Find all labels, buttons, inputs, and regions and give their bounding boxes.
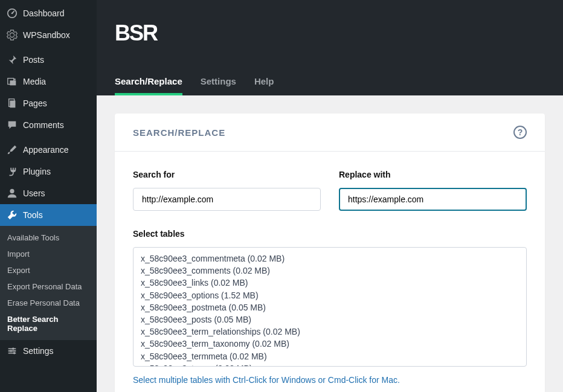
tables-field: Select tables x_58c90ee3_commentmeta (0.… <box>133 229 527 385</box>
card-title: SEARCH/REPLACE <box>133 127 225 138</box>
brush-icon <box>6 144 18 156</box>
sidebar-item-label: Tools <box>23 210 43 220</box>
sidebar-subitem-import[interactable]: Import <box>0 246 97 262</box>
replace-label: Replace with <box>339 170 527 179</box>
svg-rect-6 <box>10 101 15 108</box>
sidebar-item-dashboard[interactable]: Dashboard <box>0 2 97 24</box>
svg-point-1 <box>11 13 13 14</box>
sidebar-item-label: WPSandbox <box>23 30 70 40</box>
table-option[interactable]: x_58c90ee3_terms (0.02 MB) <box>134 362 526 367</box>
svg-point-10 <box>13 352 16 355</box>
brand-logo: BSR <box>115 21 157 46</box>
sliders-icon <box>6 345 18 357</box>
sidebar-item-label: Comments <box>23 120 64 130</box>
sidebar-subitem-available-tools[interactable]: Available Tools <box>0 230 97 246</box>
sidebar-item-tools[interactable]: Tools <box>0 204 97 226</box>
tables-help-text: Select multiple tables with Ctrl-Click f… <box>133 375 527 385</box>
replace-field: Replace with <box>339 170 527 211</box>
plugin-header: BSR Search/ReplaceSettingsHelp <box>97 0 563 95</box>
sidebar-item-wpsandbox[interactable]: WPSandbox <box>0 24 97 46</box>
wrench-icon <box>6 209 18 221</box>
content: SEARCH/REPLACE ? Search for Replace with… <box>97 95 563 392</box>
table-option[interactable]: x_58c90ee3_posts (0.05 MB) <box>134 313 526 326</box>
inputs-row: Search for Replace with <box>133 170 527 211</box>
sidebar-subitem-export-personal[interactable]: Export Personal Data <box>0 278 97 295</box>
sidebar-item-media[interactable]: Media <box>0 71 97 92</box>
sidebar-item-posts[interactable]: Posts <box>0 49 97 71</box>
sidebar-subitem-bsr[interactable]: Better Search Replace <box>0 311 97 336</box>
replace-input[interactable] <box>339 188 527 211</box>
sidebar-subitem-erase-personal[interactable]: Erase Personal Data <box>0 295 97 311</box>
tab-help[interactable]: Help <box>254 76 274 95</box>
card-body: Search for Replace with Select tables x_… <box>115 152 545 392</box>
sidebar-item-pages[interactable]: Pages <box>0 92 97 114</box>
gear-icon <box>6 29 18 41</box>
pin-icon <box>6 54 18 66</box>
sidebar-item-label: Dashboard <box>23 8 65 18</box>
sidebar-item-label: Appearance <box>23 145 69 155</box>
pages-icon <box>6 97 18 109</box>
sidebar-subitem-export[interactable]: Export <box>0 262 97 278</box>
sidebar-submenu-tools: Available ToolsImportExportExport Person… <box>0 226 97 340</box>
sidebar-item-comments[interactable]: Comments <box>0 114 97 136</box>
table-option[interactable]: x_58c90ee3_termmeta (0.02 MB) <box>134 350 526 362</box>
search-label: Search for <box>133 170 321 179</box>
svg-point-4 <box>14 79 16 80</box>
user-icon <box>6 187 18 199</box>
dashboard-icon <box>6 7 18 19</box>
svg-rect-3 <box>10 80 16 85</box>
tab-settings[interactable]: Settings <box>201 76 236 95</box>
tab-search-replace[interactable]: Search/Replace <box>115 76 182 95</box>
tables-label: Select tables <box>133 229 527 239</box>
main-area: BSR Search/ReplaceSettingsHelp SEARCH/RE… <box>97 0 563 392</box>
sidebar-item-label: Media <box>23 77 46 86</box>
sidebar-item-appearance[interactable]: Appearance <box>0 139 97 161</box>
sidebar-item-plugins[interactable]: Plugins <box>0 161 97 182</box>
sidebar-item-settings[interactable]: Settings <box>0 340 97 362</box>
search-input[interactable] <box>133 188 321 211</box>
help-icon[interactable]: ? <box>513 126 527 139</box>
tables-select[interactable]: x_58c90ee3_commentmeta (0.02 MB)x_58c90e… <box>133 247 527 367</box>
table-option[interactable]: x_58c90ee3_options (1.52 MB) <box>134 289 526 301</box>
brand-bar: BSR <box>97 0 563 66</box>
comment-icon <box>6 119 18 131</box>
table-option[interactable]: x_58c90ee3_links (0.02 MB) <box>134 277 526 289</box>
admin-sidebar: DashboardWPSandboxPostsMediaPagesComment… <box>0 0 97 392</box>
sidebar-item-label: Pages <box>23 98 47 108</box>
svg-point-9 <box>10 350 12 352</box>
table-option[interactable]: x_58c90ee3_term_taxonomy (0.02 MB) <box>134 338 526 350</box>
sidebar-item-label: Posts <box>23 55 44 65</box>
sidebar-item-label: Plugins <box>23 167 51 176</box>
search-replace-card: SEARCH/REPLACE ? Search for Replace with… <box>115 114 545 392</box>
media-icon <box>6 76 18 88</box>
table-option[interactable]: x_58c90ee3_postmeta (0.05 MB) <box>134 301 526 313</box>
table-option[interactable]: x_58c90ee3_term_relationships (0.02 MB) <box>134 326 526 338</box>
plug-icon <box>6 165 18 178</box>
search-field: Search for <box>133 170 321 211</box>
svg-point-7 <box>10 189 14 193</box>
table-option[interactable]: x_58c90ee3_commentmeta (0.02 MB) <box>134 252 526 265</box>
sidebar-item-users[interactable]: Users <box>0 182 97 204</box>
sidebar-item-label: Users <box>23 188 45 198</box>
table-option[interactable]: x_58c90ee3_comments (0.02 MB) <box>134 265 526 277</box>
svg-point-8 <box>12 348 14 350</box>
sidebar-item-label: Settings <box>23 346 54 356</box>
card-header: SEARCH/REPLACE ? <box>115 114 545 152</box>
tabs: Search/ReplaceSettingsHelp <box>97 66 563 95</box>
